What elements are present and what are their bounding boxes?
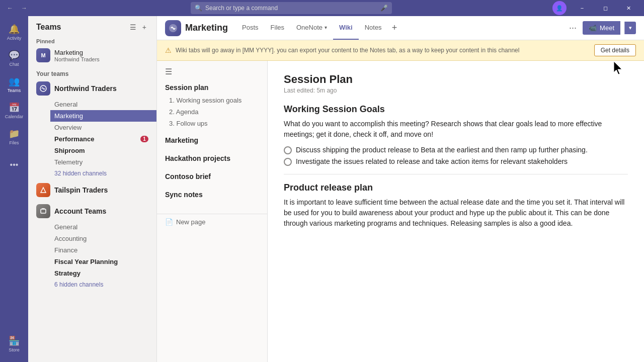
checkbox-1[interactable]	[284, 146, 292, 154]
pinned-item-sub: Northwind Traders	[54, 56, 100, 62]
rail-item-more[interactable]: •••	[2, 153, 26, 177]
channel-performance[interactable]: Performance 1	[50, 133, 156, 145]
minimize-button[interactable]: −	[571, 0, 594, 16]
tab-wiki[interactable]: Wiki	[333, 16, 359, 40]
northwind-channels: General Marketing Overview Performance 1…	[28, 99, 156, 179]
team-row-account[interactable]: Account Teams •••	[28, 201, 156, 221]
channel-finance[interactable]: Finance	[50, 244, 156, 256]
channel-overview[interactable]: Overview	[50, 122, 156, 133]
wiki-section-session-plan-title[interactable]: Session plan	[157, 80, 267, 95]
tab-notes-label: Notes	[365, 24, 382, 31]
team-group-northwind: Northwind Traders ••• General Marketing …	[28, 78, 156, 179]
northwind-icon	[36, 81, 50, 96]
meet-button[interactable]: 📹 Meet	[583, 21, 620, 35]
account-channels: General Accounting Finance Fiscal Year P…	[28, 221, 156, 290]
tab-files[interactable]: Files	[265, 16, 290, 40]
checkbox-2[interactable]	[284, 158, 292, 166]
channel-general-account[interactable]: General	[50, 221, 156, 233]
activity-icon: 🔔	[9, 24, 20, 35]
wiki-sidebar: ☰ Session plan 1. Working session goals …	[157, 61, 268, 362]
tab-notes[interactable]: Notes	[359, 16, 388, 40]
back-button[interactable]: ←	[4, 2, 16, 14]
video-icon: 📹	[589, 24, 597, 32]
team-group-account: Account Teams ••• General Accounting Fin…	[28, 201, 156, 290]
search-placeholder: Search or type a command	[205, 5, 278, 12]
rail-item-calendar[interactable]: 📅 Calendar	[2, 99, 26, 123]
tab-posts[interactable]: Posts	[236, 16, 265, 40]
wiki-heading-product-release: Product release plan	[284, 183, 628, 193]
tab-posts-label: Posts	[242, 24, 259, 31]
forward-button[interactable]: →	[18, 2, 30, 14]
rail-label-store: Store	[9, 347, 20, 352]
warning-banner: ⚠ Wiki tabs will go away in [MM YYYY]. y…	[157, 40, 644, 61]
rail-item-store[interactable]: 🏪 Store	[2, 332, 26, 356]
wiki-last-edited: Last edited: 5m ago	[284, 87, 628, 94]
tailspin-icon	[36, 183, 50, 197]
sidebar: Teams ☰ + Pinned M Marketing Northwind T…	[28, 16, 157, 362]
warning-icon: ⚠	[165, 46, 172, 54]
wiki-section-marketing-title[interactable]: Marketing	[157, 133, 267, 147]
rail-label-files: Files	[9, 140, 19, 145]
channel-logo	[165, 20, 181, 36]
tab-onenote[interactable]: OneNote ▾	[290, 16, 333, 40]
wiki-section-sync-notes-title[interactable]: Sync notes	[157, 188, 267, 202]
team-group-tailspin: Tailspin Traders •••	[28, 180, 156, 200]
svg-rect-1	[41, 209, 46, 213]
wiki-hamburger-button[interactable]: ☰	[165, 67, 172, 76]
channel-fiscal-year[interactable]: Fiscal Year Planning	[50, 256, 156, 267]
rail-more[interactable]: •••	[2, 153, 26, 177]
wiki-para-working-session-goals: What do you want to accomplish this meet…	[284, 119, 628, 140]
wiki-para-product-release: It is important to leave sufficient time…	[284, 197, 628, 229]
pinned-item-marketing[interactable]: M Marketing Northwind Traders	[36, 46, 148, 64]
team-row-tailspin[interactable]: Tailspin Traders •••	[28, 180, 156, 200]
wiki-divider	[284, 174, 628, 174]
close-button[interactable]: ✕	[617, 0, 640, 16]
sidebar-header-actions: ☰ +	[128, 22, 148, 32]
add-tab-button[interactable]: +	[388, 23, 401, 33]
wiki-new-page-button[interactable]: 📄 New page	[157, 214, 267, 230]
wiki-heading-working-session-goals: Working Session Goals	[284, 104, 628, 115]
wiki-item-working-session-goals[interactable]: 1. Working session goals	[157, 95, 267, 106]
rail-label-calendar: Calendar	[5, 114, 24, 119]
rail-item-files[interactable]: 📁 Files	[2, 125, 26, 149]
rail-item-chat[interactable]: 💬 Chat	[2, 46, 26, 70]
mic-icon[interactable]: 🎤	[380, 5, 388, 12]
rail-item-activity[interactable]: 🔔 Activity	[2, 20, 26, 44]
channel-performance-label: Performance	[54, 135, 94, 143]
wiki-item-agenda[interactable]: 2. Agenda	[157, 106, 267, 118]
checklist-item-1: Discuss shipping the product release to …	[284, 146, 628, 154]
wiki-item-follow-ups[interactable]: 3. Follow ups	[157, 118, 267, 129]
avatar[interactable]: 👤	[552, 1, 567, 15]
search-bar[interactable]: 🔍 Search or type a command 🎤	[191, 2, 392, 14]
northwind-hidden-channels[interactable]: 32 hidden channels	[50, 168, 156, 179]
more-options-button[interactable]: ···	[567, 21, 579, 35]
store-icon: 🏪	[9, 335, 20, 346]
pinned-item-info: Marketing Northwind Traders	[54, 49, 100, 62]
wiki-checklist-working-session: Discuss shipping the product release to …	[284, 146, 628, 166]
meet-dropdown-button[interactable]: ▾	[624, 22, 636, 34]
get-details-button[interactable]: Get details	[594, 44, 636, 56]
your-teams-label: Your teams	[28, 68, 156, 78]
rail-item-teams[interactable]: 👥 Teams	[2, 72, 26, 97]
team-row-northwind[interactable]: Northwind Traders •••	[28, 78, 156, 99]
account-name: Account Teams	[54, 207, 134, 215]
wiki-section-contoso: Contoso brief	[157, 169, 267, 184]
wiki-sidebar-header: ☰	[157, 61, 267, 80]
wiki-section-sync-notes: Sync notes	[157, 188, 267, 202]
account-hidden-channels[interactable]: 6 hidden channels	[50, 279, 156, 290]
wiki-area: ☰ Session plan 1. Working session goals …	[157, 61, 644, 362]
add-team-button[interactable]: +	[140, 22, 148, 32]
filter-button[interactable]: ☰	[128, 22, 138, 32]
channel-accounting[interactable]: Accounting	[50, 233, 156, 244]
wiki-section-contoso-title[interactable]: Contoso brief	[157, 169, 267, 184]
channel-header: Marketing Posts Files OneNote ▾ Wiki Not…	[157, 16, 644, 40]
channel-marketing[interactable]: Marketing	[50, 110, 156, 122]
channel-general-northwind[interactable]: General	[50, 99, 156, 110]
channel-telemetry[interactable]: Telemetry	[50, 156, 156, 168]
nav-controls: ← →	[4, 2, 30, 14]
channel-strategy[interactable]: Strategy	[50, 267, 156, 279]
channel-shiproom[interactable]: Shiproom	[50, 145, 156, 156]
title-bar: ← → 🔍 Search or type a command 🎤 👤 − ◻ ✕	[0, 0, 644, 16]
restore-button[interactable]: ◻	[594, 0, 617, 16]
wiki-section-hackathon-title[interactable]: Hackathon projects	[157, 151, 267, 165]
